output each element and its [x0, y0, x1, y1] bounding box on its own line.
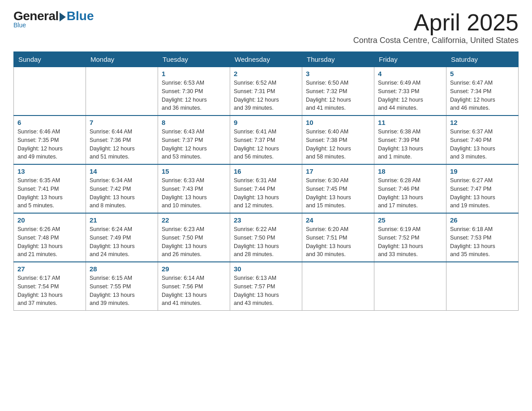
day-number: 9: [234, 119, 298, 126]
day-info: Sunrise: 6:47 AMSunset: 7:34 PMDaylight:…: [450, 79, 515, 112]
page-header: General Blue Blue April 2025 Contra Cost…: [13, 9, 519, 50]
calendar-cell: 28Sunrise: 6:15 AMSunset: 7:55 PMDayligh…: [86, 262, 158, 311]
day-info: Sunrise: 6:50 AMSunset: 7:32 PMDaylight:…: [306, 79, 370, 112]
calendar-cell: [14, 67, 86, 116]
day-number: 4: [378, 70, 442, 77]
calendar-cell: 21Sunrise: 6:24 AMSunset: 7:49 PMDayligh…: [86, 213, 158, 262]
day-info: Sunrise: 6:31 AMSunset: 7:44 PMDaylight:…: [234, 176, 298, 210]
calendar-cell: 18Sunrise: 6:28 AMSunset: 7:46 PMDayligh…: [374, 164, 446, 213]
day-number: 26: [450, 216, 515, 224]
calendar-cell: 23Sunrise: 6:22 AMSunset: 7:50 PMDayligh…: [230, 213, 302, 262]
day-info: Sunrise: 6:15 AMSunset: 7:55 PMDaylight:…: [90, 274, 154, 308]
day-info: Sunrise: 6:38 AMSunset: 7:39 PMDaylight:…: [378, 128, 442, 161]
calendar-cell: [374, 262, 446, 311]
day-info: Sunrise: 6:30 AMSunset: 7:45 PMDaylight:…: [306, 176, 370, 210]
calendar-cell: 15Sunrise: 6:33 AMSunset: 7:43 PMDayligh…: [158, 164, 230, 213]
day-info: Sunrise: 6:19 AMSunset: 7:52 PMDaylight:…: [378, 225, 442, 259]
day-number: 11: [378, 119, 442, 126]
day-info: Sunrise: 6:20 AMSunset: 7:51 PMDaylight:…: [306, 225, 370, 259]
calendar-cell: 29Sunrise: 6:14 AMSunset: 7:56 PMDayligh…: [158, 262, 230, 311]
day-number: 25: [378, 216, 442, 224]
col-header-saturday: Saturday: [446, 52, 519, 67]
day-number: 12: [450, 119, 515, 126]
calendar-cell: 13Sunrise: 6:35 AMSunset: 7:41 PMDayligh…: [14, 164, 86, 213]
day-info: Sunrise: 6:41 AMSunset: 7:37 PMDaylight:…: [234, 128, 298, 161]
day-info: Sunrise: 6:27 AMSunset: 7:47 PMDaylight:…: [450, 176, 515, 210]
day-number: 6: [17, 119, 82, 126]
col-header-monday: Monday: [86, 52, 158, 67]
calendar-week-1: 1Sunrise: 6:53 AMSunset: 7:30 PMDaylight…: [14, 67, 519, 116]
day-number: 27: [17, 265, 82, 273]
day-info: Sunrise: 6:14 AMSunset: 7:56 PMDaylight:…: [162, 274, 226, 308]
calendar-cell: 4Sunrise: 6:49 AMSunset: 7:33 PMDaylight…: [374, 67, 446, 116]
calendar-week-3: 13Sunrise: 6:35 AMSunset: 7:41 PMDayligh…: [14, 164, 519, 213]
location-subtitle: Contra Costa Centre, California, United …: [353, 36, 519, 45]
calendar-cell: 6Sunrise: 6:46 AMSunset: 7:35 PMDaylight…: [14, 116, 86, 164]
day-number: 10: [306, 119, 370, 126]
day-info: Sunrise: 6:26 AMSunset: 7:48 PMDaylight:…: [17, 225, 82, 259]
day-number: 7: [90, 119, 154, 126]
day-number: 28: [90, 265, 154, 273]
calendar-cell: 17Sunrise: 6:30 AMSunset: 7:45 PMDayligh…: [302, 164, 374, 213]
day-number: 18: [378, 167, 442, 175]
col-header-tuesday: Tuesday: [158, 52, 230, 67]
day-info: Sunrise: 6:44 AMSunset: 7:36 PMDaylight:…: [90, 128, 154, 161]
day-number: 15: [162, 167, 226, 175]
day-info: Sunrise: 6:53 AMSunset: 7:30 PMDaylight:…: [162, 79, 226, 112]
day-info: Sunrise: 6:22 AMSunset: 7:50 PMDaylight:…: [234, 225, 298, 259]
calendar-cell: 7Sunrise: 6:44 AMSunset: 7:36 PMDaylight…: [86, 116, 158, 164]
day-number: 24: [306, 216, 370, 224]
day-number: 3: [306, 70, 370, 77]
calendar-cell: 24Sunrise: 6:20 AMSunset: 7:51 PMDayligh…: [302, 213, 374, 262]
day-info: Sunrise: 6:17 AMSunset: 7:54 PMDaylight:…: [17, 274, 82, 308]
col-header-sunday: Sunday: [14, 52, 86, 67]
day-number: 23: [234, 216, 298, 224]
calendar-cell: 8Sunrise: 6:43 AMSunset: 7:37 PMDaylight…: [158, 116, 230, 164]
calendar-table: SundayMondayTuesdayWednesdayThursdayFrid…: [13, 51, 519, 311]
calendar-cell: 10Sunrise: 6:40 AMSunset: 7:38 PMDayligh…: [302, 116, 374, 164]
logo: General Blue Blue: [13, 9, 94, 29]
calendar-cell: 19Sunrise: 6:27 AMSunset: 7:47 PMDayligh…: [446, 164, 519, 213]
col-header-thursday: Thursday: [302, 52, 374, 67]
title-block: April 2025 Contra Costa Centre, Californ…: [353, 9, 519, 50]
calendar-cell: 12Sunrise: 6:37 AMSunset: 7:40 PMDayligh…: [446, 116, 519, 164]
day-info: Sunrise: 6:35 AMSunset: 7:41 PMDaylight:…: [17, 176, 82, 210]
calendar-cell: 22Sunrise: 6:23 AMSunset: 7:50 PMDayligh…: [158, 213, 230, 262]
calendar-cell: [446, 262, 519, 311]
calendar-cell: 25Sunrise: 6:19 AMSunset: 7:52 PMDayligh…: [374, 213, 446, 262]
col-header-wednesday: Wednesday: [230, 52, 302, 67]
day-info: Sunrise: 6:23 AMSunset: 7:50 PMDaylight:…: [162, 225, 226, 259]
day-number: 19: [450, 167, 515, 175]
day-info: Sunrise: 6:52 AMSunset: 7:31 PMDaylight:…: [234, 79, 298, 112]
calendar-cell: 2Sunrise: 6:52 AMSunset: 7:31 PMDaylight…: [230, 67, 302, 116]
day-info: Sunrise: 6:33 AMSunset: 7:43 PMDaylight:…: [162, 176, 226, 210]
logo-blue-text: Blue: [67, 9, 94, 23]
calendar-header-row: SundayMondayTuesdayWednesdayThursdayFrid…: [14, 52, 519, 67]
day-info: Sunrise: 6:49 AMSunset: 7:33 PMDaylight:…: [378, 79, 442, 112]
logo-arrow-icon: [60, 13, 66, 21]
day-info: Sunrise: 6:28 AMSunset: 7:46 PMDaylight:…: [378, 176, 442, 210]
calendar-cell: 14Sunrise: 6:34 AMSunset: 7:42 PMDayligh…: [86, 164, 158, 213]
calendar-cell: 20Sunrise: 6:26 AMSunset: 7:48 PMDayligh…: [14, 213, 86, 262]
day-info: Sunrise: 6:37 AMSunset: 7:40 PMDaylight:…: [450, 128, 515, 161]
day-number: 14: [90, 167, 154, 175]
day-info: Sunrise: 6:43 AMSunset: 7:37 PMDaylight:…: [162, 128, 226, 161]
day-info: Sunrise: 6:18 AMSunset: 7:53 PMDaylight:…: [450, 225, 515, 259]
calendar-cell: 11Sunrise: 6:38 AMSunset: 7:39 PMDayligh…: [374, 116, 446, 164]
calendar-cell: [86, 67, 158, 116]
day-number: 29: [162, 265, 226, 273]
day-info: Sunrise: 6:34 AMSunset: 7:42 PMDaylight:…: [90, 176, 154, 210]
month-title: April 2025: [353, 9, 519, 36]
day-number: 16: [234, 167, 298, 175]
calendar-cell: 1Sunrise: 6:53 AMSunset: 7:30 PMDaylight…: [158, 67, 230, 116]
day-number: 21: [90, 216, 154, 224]
day-number: 13: [17, 167, 82, 175]
day-number: 22: [162, 216, 226, 224]
day-number: 2: [234, 70, 298, 77]
calendar-cell: 27Sunrise: 6:17 AMSunset: 7:54 PMDayligh…: [14, 262, 86, 311]
calendar-cell: 3Sunrise: 6:50 AMSunset: 7:32 PMDaylight…: [302, 67, 374, 116]
col-header-friday: Friday: [374, 52, 446, 67]
calendar-week-2: 6Sunrise: 6:46 AMSunset: 7:35 PMDaylight…: [14, 116, 519, 164]
day-number: 1: [162, 70, 226, 77]
calendar-week-4: 20Sunrise: 6:26 AMSunset: 7:48 PMDayligh…: [14, 213, 519, 262]
